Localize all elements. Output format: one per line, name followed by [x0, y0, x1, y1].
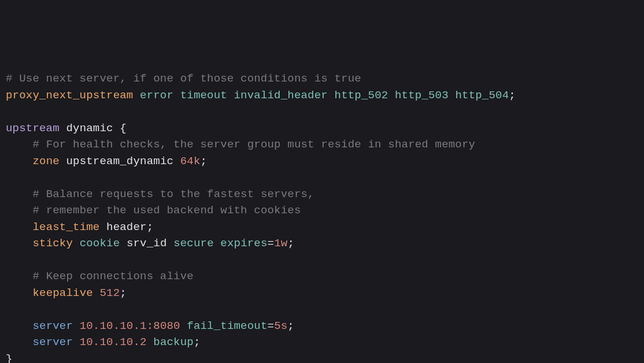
- identifier: upstream_dynamic: [66, 155, 173, 168]
- code-line: server 10.10.10.1:8080 fail_timeout=5s;: [6, 318, 638, 335]
- code-line: upstream dynamic {: [6, 120, 638, 137]
- code-line: proxy_next_upstream error timeout invali…: [6, 87, 638, 104]
- semicolon: ;: [287, 320, 294, 332]
- comment: # remember the used backend with cookies: [32, 204, 301, 217]
- number: 1w: [274, 237, 287, 250]
- comment: # For health checks, the server group mu…: [32, 138, 475, 151]
- value: secure: [173, 237, 214, 250]
- code-line: # For health checks, the server group mu…: [6, 136, 638, 153]
- code-line: # Keep connections alive: [6, 268, 638, 285]
- number: 5s: [274, 320, 287, 332]
- value: error: [140, 89, 173, 102]
- semicolon: ;: [201, 155, 208, 168]
- blank-line: [6, 301, 638, 318]
- code-block: # Use next server, if one of those condi…: [6, 71, 638, 363]
- number: 512: [99, 287, 120, 299]
- equals: =: [268, 320, 275, 332]
- directive: least_time: [32, 221, 99, 234]
- blank-line: [6, 252, 638, 269]
- code-line: sticky cookie srv_id secure expires=1w;: [6, 235, 638, 252]
- directive: keepalive: [32, 287, 92, 299]
- param-key: expires: [220, 237, 267, 250]
- blank-line: [6, 169, 638, 186]
- code-line: # remember the used backend with cookies: [6, 202, 638, 219]
- directive: server: [32, 320, 73, 332]
- address: 10.10.10.1:8080: [80, 320, 180, 332]
- param-key: fail_timeout: [187, 320, 267, 332]
- code-line: server 10.10.10.2 backup;: [6, 334, 638, 351]
- value: srv_id: [127, 237, 167, 250]
- directive: sticky: [32, 237, 73, 250]
- value: http_504: [455, 89, 509, 102]
- value: backup: [153, 336, 194, 349]
- comment: # Keep connections alive: [32, 270, 193, 283]
- code-line: }: [6, 351, 638, 364]
- directive: proxy_next_upstream: [6, 89, 133, 102]
- value: timeout: [180, 89, 227, 102]
- code-line: # Balance requests to the fastest server…: [6, 186, 638, 203]
- code-line: # Use next server, if one of those condi…: [6, 71, 638, 87]
- comment: # Balance requests to the fastest server…: [32, 188, 314, 201]
- directive: server: [32, 336, 73, 349]
- value: cookie: [80, 237, 120, 250]
- value: header: [106, 221, 147, 234]
- directive: zone: [32, 155, 59, 168]
- semicolon: ;: [287, 237, 294, 250]
- code-line: keepalive 512;: [6, 285, 638, 302]
- equals: =: [268, 237, 275, 250]
- keyword: upstream: [6, 122, 60, 135]
- number: 64k: [180, 155, 201, 168]
- semicolon: ;: [194, 336, 201, 349]
- comment: # Use next server, if one of those condi…: [6, 72, 361, 85]
- code-line: least_time header;: [6, 219, 638, 236]
- semicolon: ;: [120, 287, 127, 299]
- brace: }: [6, 353, 13, 364]
- code-line: zone upstream_dynamic 64k;: [6, 153, 638, 170]
- blank-line: [6, 103, 638, 120]
- identifier: dynamic: [66, 122, 113, 135]
- brace: {: [120, 122, 127, 135]
- semicolon: ;: [147, 221, 154, 234]
- address: 10.10.10.2: [80, 336, 147, 349]
- value: http_503: [395, 89, 449, 102]
- semicolon: ;: [509, 89, 516, 102]
- value: http_502: [335, 89, 388, 102]
- value: invalid_header: [234, 89, 328, 102]
